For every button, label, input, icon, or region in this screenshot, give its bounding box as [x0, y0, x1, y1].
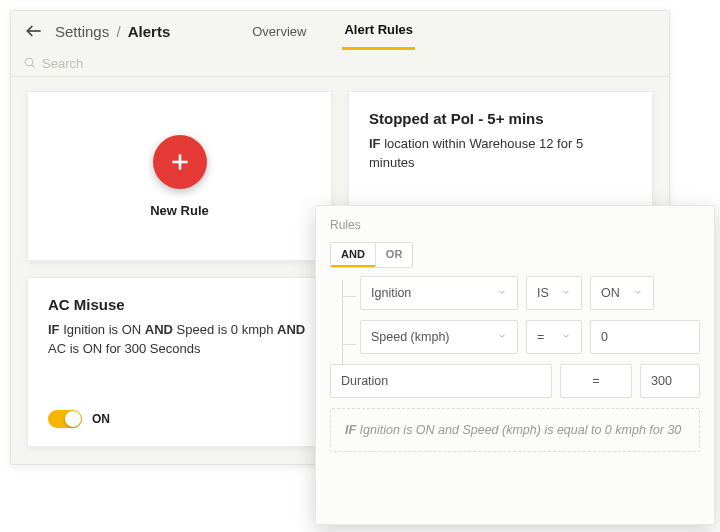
tab-alert-rules[interactable]: Alert Rules	[342, 12, 415, 50]
svg-line-2	[32, 65, 34, 67]
tree-connector	[342, 344, 356, 345]
duration-operator[interactable]: =	[560, 364, 632, 398]
rules-editor-panel: Rules AND OR Ignition IS ON Speed (kmph)	[315, 205, 715, 525]
chevron-down-icon	[497, 330, 507, 344]
duration-field[interactable]: Duration	[330, 364, 552, 398]
condition-value-input[interactable]: 0	[590, 320, 700, 354]
condition-row: Ignition IS ON	[360, 276, 700, 310]
breadcrumb-parent[interactable]: Settings	[55, 23, 109, 40]
condition-value-select[interactable]: ON	[590, 276, 654, 310]
tab-overview[interactable]: Overview	[250, 14, 308, 49]
new-rule-label: New Rule	[150, 203, 209, 218]
search-icon	[23, 55, 36, 73]
duration-value-input[interactable]: 300	[640, 364, 700, 398]
chevron-down-icon	[561, 286, 571, 300]
condition-field-select[interactable]: Speed (kmph)	[360, 320, 518, 354]
toggle-state-label: ON	[92, 412, 110, 426]
condition-field-select[interactable]: Ignition	[360, 276, 518, 310]
chevron-down-icon	[561, 330, 571, 344]
search-input[interactable]	[42, 56, 657, 71]
condition-row: Speed (kmph) = 0	[360, 320, 700, 354]
breadcrumb-current: Alerts	[128, 23, 171, 40]
rule-description: IF location within Warehouse 12 for 5 mi…	[369, 135, 632, 173]
tree-connector	[342, 280, 356, 366]
breadcrumb-separator: /	[116, 23, 120, 40]
rule-card-ac-misuse[interactable]: AC Misuse IF Ignition is ON AND Speed is…	[27, 277, 332, 447]
rule-title: AC Misuse	[48, 296, 311, 313]
logic-tab-or[interactable]: OR	[375, 243, 413, 267]
rules-heading: Rules	[330, 218, 700, 232]
chevron-down-icon	[497, 286, 507, 300]
rule-title: Stopped at PoI - 5+ mins	[369, 110, 632, 127]
chevron-down-icon	[633, 286, 643, 300]
new-rule-card[interactable]: New Rule	[27, 91, 332, 261]
back-button[interactable]	[23, 20, 45, 42]
rule-description: IF Ignition is ON AND Speed is 0 kmph AN…	[48, 321, 311, 359]
tree-connector	[342, 296, 356, 297]
condition-row: Duration = 300	[330, 364, 700, 398]
rule-preview: IF Ignition is ON and Speed (kmph) is eq…	[330, 408, 700, 452]
condition-operator-select[interactable]: =	[526, 320, 582, 354]
svg-point-1	[25, 58, 33, 66]
plus-icon	[153, 135, 207, 189]
rule-toggle[interactable]	[48, 410, 82, 428]
logic-tab-and[interactable]: AND	[331, 243, 375, 267]
condition-operator-select[interactable]: IS	[526, 276, 582, 310]
breadcrumb: Settings / Alerts	[55, 23, 170, 40]
